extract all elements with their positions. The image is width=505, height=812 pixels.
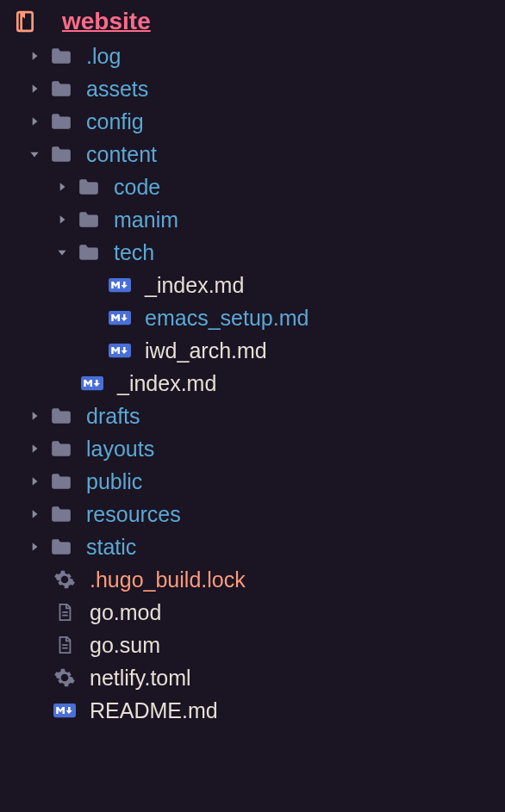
file-label: iwd_arch.md [145,338,267,363]
folder-label: drafts [86,404,140,429]
markdown-icon [109,274,131,296]
folder-item[interactable]: config [0,105,505,138]
bookmark-book-icon [14,10,36,33]
folder-label: code [114,175,160,200]
tree-root[interactable]: website [0,3,505,40]
markdown-icon [109,307,131,329]
folder-icon [50,45,72,67]
chevron-right-icon[interactable] [26,505,43,523]
chevron-right-icon[interactable] [26,407,43,425]
file-label: go.sum [90,633,160,658]
folder-icon [78,208,100,231]
folder-item[interactable]: assets [0,72,505,105]
folder-item[interactable]: tech [0,236,505,269]
chevron-right-icon[interactable] [26,538,43,555]
file-label: .hugo_build.lock [90,567,246,592]
folder-label: config [86,109,144,134]
document-icon [53,601,76,623]
file-label: _index.md [145,273,244,298]
markdown-icon [81,372,103,394]
file-item[interactable]: .hugo_build.lock [0,563,505,596]
folder-item[interactable]: drafts [0,400,505,432]
chevron-right-icon[interactable] [26,473,43,490]
chevron-down-icon[interactable] [26,146,43,163]
chevron-right-icon[interactable] [26,80,43,97]
folder-label: content [86,142,157,167]
file-label: emacs_setup.md [145,306,309,331]
markdown-icon [53,699,76,722]
folder-icon [78,241,100,263]
svg-point-6 [62,577,66,581]
file-item[interactable]: _index.md [0,269,505,301]
folder-icon [50,143,72,165]
folder-icon [50,110,72,133]
file-item[interactable]: go.mod [0,596,505,629]
folder-item[interactable]: resources [0,498,505,530]
chevron-right-icon[interactable] [26,113,43,130]
folder-icon [50,470,72,493]
chevron-down-icon[interactable] [53,244,71,261]
file-item[interactable]: README.md [0,694,505,727]
folder-label: .log [86,44,121,69]
file-label: netlify.toml [90,666,191,691]
document-icon [53,634,76,656]
file-item[interactable]: netlify.toml [0,661,505,694]
folder-item[interactable]: code [0,170,505,203]
folder-label: assets [86,77,148,102]
chevron-right-icon[interactable] [26,440,43,457]
file-item[interactable]: emacs_setup.md [0,301,505,334]
file-label: README.md [90,698,218,723]
folder-label: tech [114,240,154,265]
folder-item[interactable]: .log [0,40,505,72]
chevron-right-icon[interactable] [26,47,43,65]
folder-label: manim [114,208,178,232]
folder-item[interactable]: static [0,530,505,563]
file-label: go.mod [90,600,161,625]
folder-item[interactable]: public [0,465,505,498]
folder-icon [50,503,72,525]
folder-label: resources [86,502,181,527]
folder-icon [78,176,100,198]
folder-label: layouts [86,437,154,462]
chevron-right-icon[interactable] [53,178,71,195]
file-item[interactable]: iwd_arch.md [0,334,505,367]
gear-icon [53,568,76,591]
folder-icon [50,536,72,558]
gear-icon [53,666,76,689]
folder-item[interactable]: manim [0,203,505,236]
file-item[interactable]: _index.md [0,367,505,400]
folder-label: static [86,535,136,560]
folder-item[interactable]: layouts [0,432,505,465]
file-label: _index.md [117,371,216,396]
folder-label: public [86,469,142,494]
folder-icon [50,437,72,460]
folder-icon [50,77,72,100]
file-tree: website .logassetsconfigcontentcodemanim… [0,3,505,727]
chevron-right-icon[interactable] [53,211,71,228]
svg-point-11 [62,675,66,679]
file-item[interactable]: go.sum [0,629,505,661]
folder-icon [50,405,72,427]
markdown-icon [109,339,131,362]
folder-item[interactable]: content [0,138,505,170]
tree-root-label: website [62,8,151,35]
